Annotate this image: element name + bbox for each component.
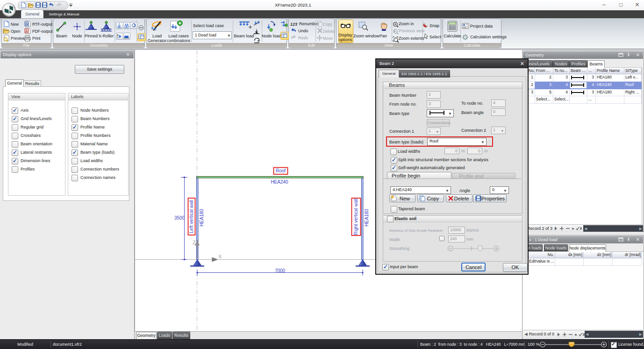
svg-text:W: W: [25, 22, 29, 26]
svg-text:123: 123: [290, 22, 297, 27]
svg-text:A: A: [26, 29, 28, 33]
